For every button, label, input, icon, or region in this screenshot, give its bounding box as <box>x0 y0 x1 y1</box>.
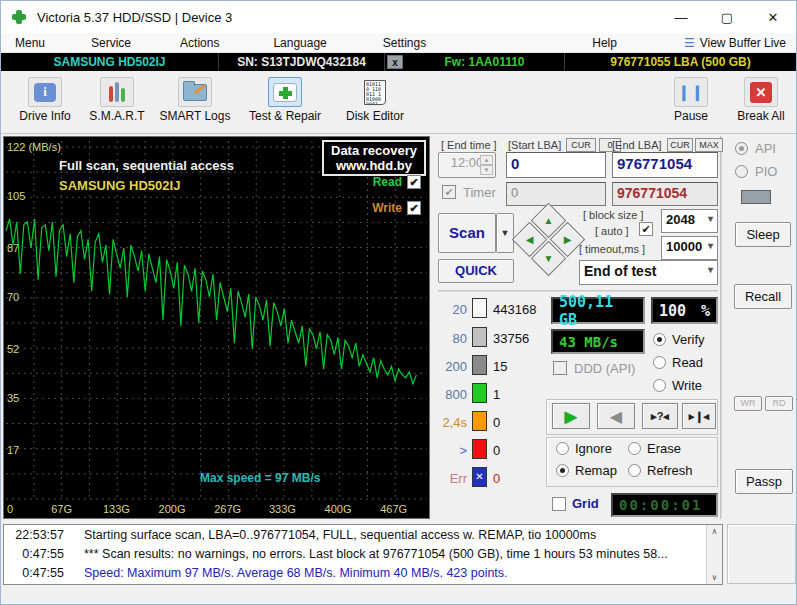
progress-unit: % <box>701 302 710 320</box>
menu-item-service[interactable]: Service <box>79 36 143 50</box>
maximize-button[interactable]: ▢ <box>704 1 750 33</box>
ignore-label: Ignore <box>575 441 612 456</box>
window-title: Victoria 5.37 HDD/SSD | Device 3 <box>37 10 232 25</box>
pause-button[interactable]: ❙❙ Pause <box>653 77 729 129</box>
svg-text:70: 70 <box>7 291 19 303</box>
end-time-label: [ End time ] <box>441 139 497 151</box>
write-checkbox[interactable]: ✔ <box>407 201 421 215</box>
victoria-logo-icon <box>11 9 27 25</box>
activity-indicator <box>741 190 771 204</box>
scan-button[interactable]: Scan <box>438 213 496 253</box>
menu-bar: Menu Service Actions Language Settings H… <box>1 33 796 53</box>
toolbar: i Drive Info S.M.A.R.T SMART Logs Test &… <box>1 71 796 134</box>
log-line: 0:47:55 *** Scan results: no warnings, n… <box>4 544 722 563</box>
stat-label: 200 <box>437 359 467 374</box>
menu-item-language[interactable]: Language <box>261 36 338 50</box>
test-tubes-icon <box>109 82 125 102</box>
max-speed-annotation: Max speed = 97 MB/s <box>200 471 320 485</box>
refresh-radio[interactable] <box>628 464 641 477</box>
folder-pencil-icon <box>183 84 207 101</box>
device-model: SAMSUNG HD502IJ <box>1 53 219 71</box>
start-lba-input[interactable]: 0 <box>506 152 606 178</box>
disk-editor-label: Disk Editor <box>346 109 404 123</box>
start-cur-button[interactable]: CUR <box>566 138 596 152</box>
rd-button[interactable]: RD <box>765 396 793 411</box>
break-all-label: Break All <box>737 109 784 123</box>
elapsed-timer-display: 00:00:01 <box>611 493 718 517</box>
panel-divider <box>431 136 437 519</box>
ddd-label: DDD (API) <box>574 361 635 376</box>
spinner-arrows-icon[interactable]: ▲▼ <box>480 155 493 175</box>
erase-label: Erase <box>647 441 681 456</box>
erase-radio[interactable] <box>628 442 641 455</box>
log-line: 0:47:55 Speed: Maximum 97 MB/s. Average … <box>4 563 722 582</box>
verify-label: Verify <box>672 332 705 347</box>
log-scrollbar[interactable]: ∧ ∨ <box>706 525 722 584</box>
recall-button[interactable]: Recall <box>734 284 792 309</box>
log-time: 22:53:57 <box>4 528 64 542</box>
graph-subtitle: SAMSUNG HD502IJ <box>59 178 180 193</box>
start-lba-secondary-input: 0 <box>506 182 606 206</box>
grid-label: Grid <box>572 496 599 511</box>
svg-text:333G: 333G <box>269 503 296 515</box>
smart-logs-button[interactable]: SMART Logs <box>157 77 233 129</box>
menu-item-menu[interactable]: Menu <box>3 36 57 50</box>
test-repair-button[interactable]: Test & Repair <box>247 77 323 129</box>
scroll-up-icon[interactable]: ∧ <box>712 527 718 536</box>
write-radio[interactable] <box>653 379 666 392</box>
block-size-select[interactable]: 2048 <box>661 209 718 233</box>
ignore-radio[interactable] <box>556 442 569 455</box>
end-max-button[interactable]: MAX <box>695 138 723 152</box>
menu-item-actions[interactable]: Actions <box>168 36 231 50</box>
wr-button[interactable]: WR <box>734 396 762 411</box>
write-label: Write <box>672 378 702 393</box>
read-radio[interactable] <box>653 356 666 369</box>
quick-button[interactable]: QUICK <box>438 259 514 283</box>
legend-write: Write ✔ <box>372 201 421 215</box>
smart-label: S.M.A.R.T <box>89 109 144 123</box>
svg-text:122 (MB/s): 122 (MB/s) <box>7 141 61 153</box>
pio-radio[interactable] <box>735 165 748 178</box>
auto-checkbox[interactable]: ✔ <box>639 222 653 236</box>
timer-checkbox[interactable]: ✔ <box>442 185 456 199</box>
view-buffer-live-label: View Buffer Live <box>700 36 786 50</box>
log-panel: 22:53:57 Starting surface scan, LBA=0..9… <box>3 524 723 585</box>
end-action-select[interactable]: End of test <box>579 260 718 285</box>
end-lba-input[interactable]: 976771054 <box>612 152 718 178</box>
minimize-button[interactable]: — <box>658 1 704 33</box>
log-text: Starting surface scan, LBA=0..976771054,… <box>84 528 596 542</box>
scan-dropdown-button[interactable]: ▼ <box>496 213 514 253</box>
view-buffer-live-button[interactable]: ☰ View Buffer Live <box>684 36 796 50</box>
timeout-select[interactable]: 10000 <box>661 236 718 260</box>
close-button[interactable]: ✕ <box>750 1 796 33</box>
grid-checkbox[interactable] <box>552 497 566 511</box>
svg-text:267G: 267G <box>214 503 241 515</box>
test-repair-label: Test & Repair <box>249 109 321 123</box>
menu-item-help[interactable]: Help <box>580 36 629 50</box>
disk-editor-button[interactable]: 010110 110011 101000 0001 Disk Editor <box>337 77 413 129</box>
start-test-button[interactable]: ▶ <box>552 403 590 429</box>
verify-radio[interactable] <box>653 333 666 346</box>
progress-display: 100 % <box>651 297 718 324</box>
api-radio[interactable] <box>735 142 748 155</box>
menu-item-settings[interactable]: Settings <box>371 36 438 50</box>
read-checkbox[interactable]: ✔ <box>407 175 421 189</box>
break-icon: ✕ <box>750 82 772 103</box>
drive-info-button[interactable]: i Drive Info <box>7 77 83 129</box>
speed-chart: 122 (MB/s)1058770523517067G133G200G267G3… <box>4 137 429 518</box>
smart-button[interactable]: S.M.A.R.T <box>79 77 155 129</box>
ddd-checkbox[interactable] <box>553 361 567 375</box>
break-all-button[interactable]: ✕ Break All <box>723 77 797 129</box>
stat-block-err: ✕ <box>472 467 487 487</box>
end-cur-button[interactable]: CUR <box>667 138 693 152</box>
remap-radio[interactable] <box>556 464 569 477</box>
seek-test-button[interactable]: ▸?◂ <box>642 403 678 429</box>
scroll-down-icon[interactable]: ∨ <box>712 573 718 582</box>
seek-end-button[interactable]: ▸❙◂ <box>682 403 716 429</box>
device-close-button[interactable]: x <box>387 55 403 69</box>
end-time-value: 12:00 <box>451 155 484 170</box>
sleep-button[interactable]: Sleep <box>735 222 791 247</box>
end-time-spinner[interactable]: 12:00 ▲▼ <box>438 152 496 178</box>
passp-button[interactable]: Passp <box>735 469 793 494</box>
back-button[interactable]: ◀ <box>597 403 635 429</box>
